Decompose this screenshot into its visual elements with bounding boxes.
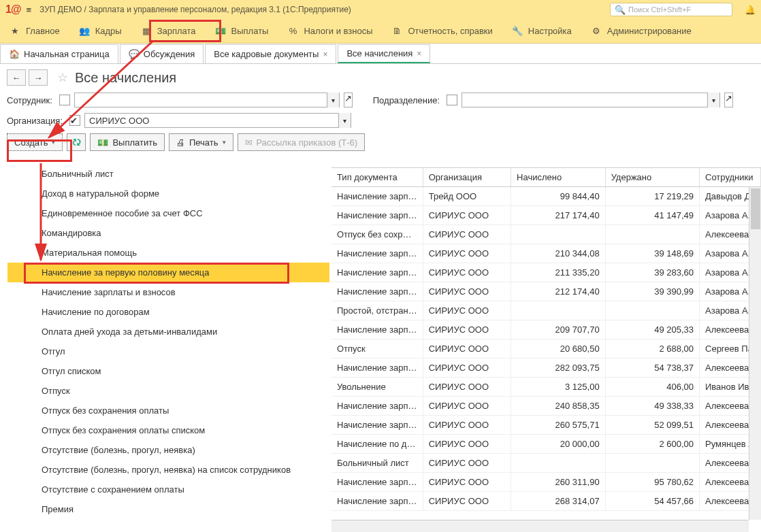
global-search[interactable]: 🔍 Поиск Ctrl+Shift+F: [610, 3, 732, 16]
create-button[interactable]: Создать▾: [7, 133, 63, 151]
tab-hr-docs[interactable]: Все кадровые документы×: [205, 44, 336, 63]
org-checkbox[interactable]: ✔: [69, 115, 80, 126]
dropdown-item[interactable]: Командировка: [7, 223, 329, 243]
dropdown-item[interactable]: Премия: [7, 499, 329, 519]
table-row[interactable]: Начисление зарп…СИРИУС ООО260 575,7152 0…: [331, 416, 761, 435]
employee-combo[interactable]: ▾: [74, 93, 340, 107]
table-row[interactable]: Начисление зарп…СИРИУС ООО212 174,4039 3…: [331, 282, 761, 301]
dropdown-item[interactable]: Отсутствие (болезнь, прогул, неявка) на …: [7, 460, 329, 480]
table-cell: [605, 225, 699, 244]
nav-admin[interactable]: ⚙Администрирование: [581, 19, 701, 44]
table-row[interactable]: Начисление зарп…СИРИУС ООО209 707,7049 2…: [331, 320, 761, 339]
nav-main[interactable]: ★Главное: [0, 19, 69, 44]
dropdown-item[interactable]: Больничный лист: [7, 164, 329, 184]
department-input[interactable]: [462, 93, 707, 107]
table-cell: 212 174,40: [511, 282, 606, 301]
chevron-down-icon[interactable]: ▾: [707, 93, 719, 107]
home-icon: 🏠: [9, 49, 20, 59]
nav-taxes[interactable]: %Налоги и взносы: [278, 19, 382, 44]
employee-checkbox[interactable]: [59, 95, 70, 105]
dropdown-item[interactable]: Оплата дней ухода за детьми-инвалидами: [7, 322, 329, 342]
table-row[interactable]: Простой, отстран…СИРИУС ОООАзарова А.: [331, 301, 761, 320]
dropdown-item[interactable]: Отсутствие с сохранением оплаты: [7, 480, 329, 499]
table-cell: 210 344,08: [511, 244, 606, 263]
horizontal-scrollbar[interactable]: [331, 520, 749, 532]
chevron-down-icon[interactable]: ▾: [338, 113, 351, 128]
chat-icon: 💬: [129, 49, 140, 59]
table-cell: 39 148,69: [605, 244, 699, 263]
table-row[interactable]: ОтпускСИРИУС ООО20 680,502 688,00Сергеев…: [331, 339, 761, 359]
department-open-button[interactable]: ↗: [724, 93, 733, 107]
table-row[interactable]: Начисление зарп…СИРИУС ООО260 311,9095 7…: [331, 473, 761, 492]
dropdown-item[interactable]: Отсутствие (болезнь, прогул, неявка): [7, 440, 329, 460]
favorite-star-icon[interactable]: ☆: [54, 70, 71, 85]
employee-open-button[interactable]: ↗: [344, 93, 353, 107]
dropdown-item[interactable]: Начисление за первую половину месяца: [7, 263, 329, 282]
refresh-button[interactable]: 🗘: [67, 133, 86, 151]
dropdown-item[interactable]: Отпуск без сохранения оплаты: [7, 401, 329, 420]
titlebar: 1@ ≡ ЗУП ДЕМО / Зарплата и управление пе…: [0, 0, 761, 19]
payout-button[interactable]: 💵Выплатить: [90, 133, 165, 151]
table-row[interactable]: Начисление зарп…СИРИУС ООО282 093,7554 7…: [331, 359, 761, 378]
mailing-button[interactable]: ✉Рассылка приказов (Т-6): [238, 133, 366, 151]
tab-all-accruals[interactable]: Все начисления×: [338, 44, 430, 63]
close-icon[interactable]: ×: [323, 50, 327, 59]
tab-home[interactable]: 🏠Начальная страница: [0, 44, 118, 63]
dropdown-item[interactable]: Отгул списком: [7, 361, 329, 381]
table-header[interactable]: Тип документа: [331, 168, 423, 187]
dropdown-item[interactable]: Начисление по договорам: [7, 302, 329, 322]
table-row[interactable]: Начисление зарп…СИРИУС ООО211 335,2039 2…: [331, 263, 761, 282]
dropdown-item[interactable]: Отгул: [7, 342, 329, 361]
hamburger-icon[interactable]: ≡: [27, 5, 32, 15]
table-header[interactable]: Сотрудники: [700, 168, 761, 187]
table-cell: Начисление зарп…: [331, 244, 423, 263]
table-cell: [511, 225, 606, 244]
table-row[interactable]: УвольнениеСИРИУС ООО3 125,00406,00Иванов…: [331, 378, 761, 397]
vertical-scrollbar[interactable]: [749, 187, 761, 520]
department-checkbox[interactable]: [447, 95, 457, 105]
dropdown-item[interactable]: Доход в натуральной форме: [7, 184, 329, 203]
table-row[interactable]: Начисление зарп…Трейд ООО99 844,4017 219…: [331, 187, 761, 206]
table-cell: 260 575,71: [511, 416, 606, 435]
table-cell: 49 205,33: [605, 320, 699, 339]
org-combo[interactable]: СИРИУС ООО ▾: [84, 113, 351, 128]
nav-personnel[interactable]: 👥Кадры: [69, 19, 131, 44]
close-icon[interactable]: ×: [417, 49, 421, 59]
tab-discussions[interactable]: 💬Обсуждения: [120, 44, 204, 63]
table-cell: Больничный лист: [331, 454, 423, 473]
table-cell: Начисление зарп…: [331, 320, 423, 339]
table-cell: СИРИУС ООО: [423, 397, 511, 416]
table-row[interactable]: Начисление зарп…СИРИУС ООО217 174,4041 1…: [331, 206, 761, 225]
nav-salary[interactable]: ▦Зарплата: [131, 19, 206, 44]
dropdown-item[interactable]: Начисление зарплаты и взносов: [7, 282, 329, 302]
table-cell: 49 338,33: [605, 397, 699, 416]
dropdown-item[interactable]: Единовременное пособие за счет ФСС: [7, 203, 329, 223]
table-row[interactable]: Больничный листСИРИУС ОООАлексеева: [331, 454, 761, 473]
bell-icon[interactable]: 🔔: [745, 5, 756, 15]
table-row[interactable]: Начисление зарп…СИРИУС ООО240 858,3549 3…: [331, 397, 761, 416]
table-row[interactable]: Начисление зарп…СИРИУС ООО210 344,0839 1…: [331, 244, 761, 263]
table-row[interactable]: Начисление зарп…СИРИУС ООО268 314,0754 4…: [331, 492, 761, 511]
forward-button[interactable]: →: [29, 69, 48, 86]
nav-reports[interactable]: 🗎Отчетность, справки: [383, 19, 502, 44]
table-header[interactable]: Удержано: [605, 168, 699, 187]
main-nav: ★Главное 👥Кадры ▦Зарплата 💵Выплаты %Нало…: [0, 19, 761, 44]
table-row[interactable]: Отпуск без сохр…СИРИУС ОООАлексеева: [331, 225, 761, 244]
table-wrap: Тип документаОрганизацияНачисленоУдержан…: [331, 167, 761, 532]
table-header[interactable]: Начислено: [511, 168, 606, 187]
table-cell: Отпуск: [331, 339, 423, 359]
nav-settings[interactable]: 🔧Настройка: [502, 19, 581, 44]
print-button[interactable]: 🖨Печать▾: [169, 133, 233, 151]
dropdown-item[interactable]: Отпуск: [7, 381, 329, 401]
employee-input[interactable]: [75, 93, 327, 107]
table-header[interactable]: Организация: [423, 168, 511, 187]
back-button[interactable]: ←: [7, 69, 26, 86]
table-cell: 17 219,29: [605, 187, 699, 206]
dropdown-item[interactable]: Отпуск без сохранения оплаты списком: [7, 420, 329, 440]
table-row[interactable]: Начисление по д…СИРИУС ООО20 000,002 600…: [331, 435, 761, 454]
chevron-down-icon[interactable]: ▾: [327, 93, 339, 107]
dropdown-item[interactable]: Материальная помощь: [7, 243, 329, 263]
department-combo[interactable]: ▾: [462, 93, 720, 107]
people-icon: 👥: [79, 26, 90, 37]
nav-payments[interactable]: 💵Выплаты: [206, 19, 278, 44]
